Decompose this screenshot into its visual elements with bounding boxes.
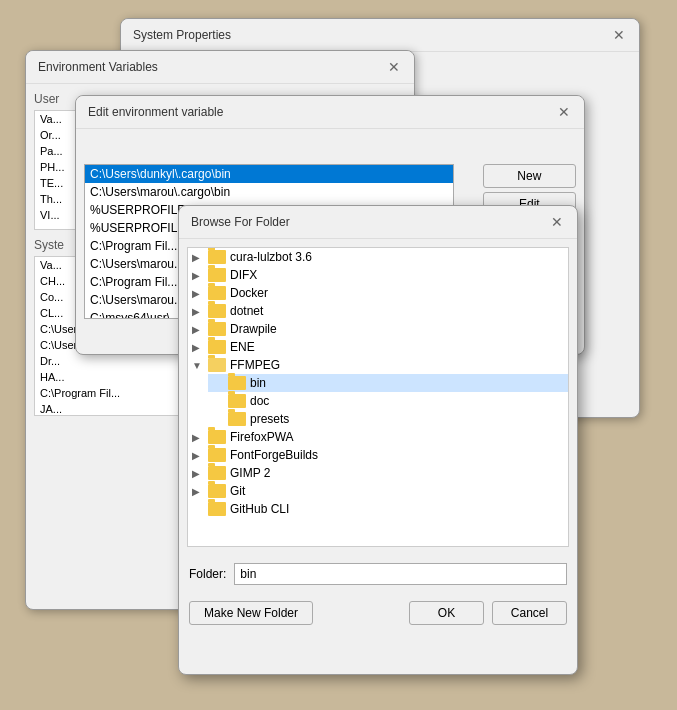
tree-label: FFMPEG xyxy=(230,358,280,372)
tree-label: presets xyxy=(250,412,289,426)
chevron-right-icon: ▶ xyxy=(192,432,208,443)
tree-item-ene[interactable]: ▶ ENE xyxy=(188,338,568,356)
chevron-right-icon: ▶ xyxy=(192,324,208,335)
env-vars-titlebar: Environment Variables ✕ xyxy=(26,51,414,84)
browse-footer: Make New Folder OK Cancel xyxy=(179,593,577,633)
folder-icon xyxy=(228,394,246,408)
tree-item-fontforge[interactable]: ▶ FontForgeBuilds xyxy=(188,446,568,464)
chevron-right-icon: ▶ xyxy=(192,468,208,479)
tree-item-bin[interactable]: bin xyxy=(208,374,568,392)
browse-ok-button[interactable]: OK xyxy=(409,601,484,625)
folder-icon xyxy=(208,430,226,444)
edit-env-close[interactable]: ✕ xyxy=(556,104,572,120)
tree-label: ENE xyxy=(230,340,255,354)
tree-item-ffmpeg[interactable]: ▼ FFMPEG xyxy=(188,356,568,374)
chevron-right-icon: ▶ xyxy=(192,252,208,263)
folder-icon xyxy=(208,484,226,498)
folder-label-row: Folder: xyxy=(179,555,577,593)
browse-folder-title: Browse For Folder xyxy=(191,215,290,229)
tree-label: bin xyxy=(250,376,266,390)
folder-input[interactable] xyxy=(234,563,567,585)
edit-env-titlebar: Edit environment variable ✕ xyxy=(76,96,584,129)
chevron-right-icon: ▶ xyxy=(192,288,208,299)
tree-item-difx[interactable]: ▶ DIFX xyxy=(188,266,568,284)
tree-item-cura[interactable]: ▶ cura-lulzbot 3.6 xyxy=(188,248,568,266)
chevron-right-icon: ▶ xyxy=(192,270,208,281)
folder-icon xyxy=(208,268,226,282)
env-vars-close[interactable]: ✕ xyxy=(386,59,402,75)
edit-env-title: Edit environment variable xyxy=(88,105,223,119)
folder-icon xyxy=(208,322,226,336)
tree-label: Drawpile xyxy=(230,322,277,336)
tree-item-githubcli[interactable]: GitHub CLI xyxy=(188,500,568,518)
chevron-right-icon: ▶ xyxy=(192,306,208,317)
system-props-titlebar: System Properties ✕ xyxy=(121,19,639,52)
new-button[interactable]: New xyxy=(483,164,576,188)
browse-cancel-button[interactable]: Cancel xyxy=(492,601,567,625)
tree-item-firefoxpwa[interactable]: ▶ FirefoxPWA xyxy=(188,428,568,446)
tree-item-dotnet[interactable]: ▶ dotnet xyxy=(188,302,568,320)
path-item-2[interactable]: C:\Users\marou\.cargo\bin xyxy=(85,183,453,201)
tree-item-docker[interactable]: ▶ Docker xyxy=(188,284,568,302)
env-vars-title: Environment Variables xyxy=(38,60,158,74)
system-props-title: System Properties xyxy=(133,28,231,42)
folder-icon xyxy=(208,502,226,516)
chevron-down-icon: ▼ xyxy=(192,360,208,371)
tree-item-doc[interactable]: doc xyxy=(208,392,568,410)
browse-folder-window: Browse For Folder ✕ ▶ cura-lulzbot 3.6 ▶… xyxy=(178,205,578,675)
folder-icon xyxy=(208,286,226,300)
browse-ok-cancel-group: OK Cancel xyxy=(409,601,567,625)
make-new-folder-button[interactable]: Make New Folder xyxy=(189,601,313,625)
system-props-close[interactable]: ✕ xyxy=(611,27,627,43)
tree-label: dotnet xyxy=(230,304,263,318)
browse-folder-close[interactable]: ✕ xyxy=(549,214,565,230)
tree-label: GIMP 2 xyxy=(230,466,270,480)
tree-label: FontForgeBuilds xyxy=(230,448,318,462)
folder-icon xyxy=(208,448,226,462)
tree-label: DIFX xyxy=(230,268,257,282)
tree-label: doc xyxy=(250,394,269,408)
tree-label: Docker xyxy=(230,286,268,300)
tree-label: GitHub CLI xyxy=(230,502,289,516)
folder-icon xyxy=(208,250,226,264)
chevron-right-icon: ▶ xyxy=(192,450,208,461)
folder-icon xyxy=(208,340,226,354)
tree-item-presets[interactable]: presets xyxy=(208,410,568,428)
chevron-right-icon: ▶ xyxy=(192,486,208,497)
tree-item-drawpile[interactable]: ▶ Drawpile xyxy=(188,320,568,338)
tree-label: Git xyxy=(230,484,245,498)
browse-tree: ▶ cura-lulzbot 3.6 ▶ DIFX ▶ Docker ▶ dot… xyxy=(187,247,569,547)
chevron-right-icon: ▶ xyxy=(192,342,208,353)
folder-icon xyxy=(228,376,246,390)
tree-label: FirefoxPWA xyxy=(230,430,294,444)
tree-item-git[interactable]: ▶ Git xyxy=(188,482,568,500)
folder-label: Folder: xyxy=(189,567,226,581)
folder-icon xyxy=(208,466,226,480)
path-item-1[interactable]: C:\Users\dunkyl\.cargo\bin xyxy=(85,165,453,183)
folder-open-icon xyxy=(208,358,226,372)
folder-icon xyxy=(208,304,226,318)
browse-folder-titlebar: Browse For Folder ✕ xyxy=(179,206,577,239)
folder-icon xyxy=(228,412,246,426)
tree-item-gimp[interactable]: ▶ GIMP 2 xyxy=(188,464,568,482)
tree-label: cura-lulzbot 3.6 xyxy=(230,250,312,264)
